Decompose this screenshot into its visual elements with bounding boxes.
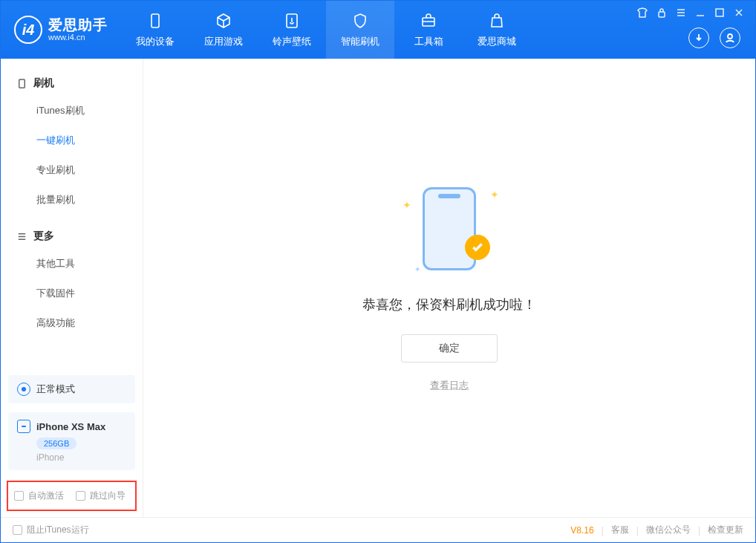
version-label: V8.16: [570, 525, 593, 536]
sidebar-bottom-options: 自动激活 跳过向导: [7, 481, 137, 511]
tab-label: 智能刷机: [341, 35, 379, 48]
menu-icon[interactable]: [675, 7, 687, 19]
download-icon[interactable]: [688, 27, 709, 48]
footer: 阻止iTunes运行 V8.16 | 客服 | 微信公众号 | 检查更新: [1, 517, 755, 542]
app-title: 爱思助手: [48, 18, 108, 33]
success-message: 恭喜您，保资料刷机成功啦！: [362, 296, 536, 313]
view-log-link[interactable]: 查看日志: [430, 379, 469, 392]
tab-label: 工具箱: [414, 35, 443, 48]
window-controls: [636, 7, 745, 19]
sidebar-group-label: 更多: [33, 230, 54, 243]
tab-label: 应用游戏: [204, 35, 243, 48]
main-content: ✦ ✦ ✦ 恭喜您，保资料刷机成功啦！ 确定 查看日志: [143, 59, 755, 517]
checkbox-icon: [13, 525, 22, 535]
tab-label: 爱思商城: [478, 35, 516, 48]
checkbox-skip-guide[interactable]: 跳过向导: [76, 490, 126, 502]
tab-ringtone-wallpaper[interactable]: 铃声壁纸: [258, 1, 326, 59]
mode-status-icon: [17, 383, 30, 396]
tab-label: 铃声壁纸: [273, 35, 311, 48]
tab-toolbox[interactable]: 工具箱: [394, 1, 463, 59]
checkbox-icon: [76, 491, 85, 501]
tab-my-device[interactable]: 我的设备: [121, 1, 189, 59]
sidebar-item-download-firmware[interactable]: 下载固件: [1, 279, 143, 308]
logo-icon: i4: [14, 16, 42, 44]
tab-smart-flash[interactable]: 智能刷机: [326, 1, 394, 59]
app-window: i4 爱思助手 www.i4.cn 我的设备 应用游戏 铃声壁纸 智能刷机: [0, 0, 756, 543]
sparkle-icon: ✦: [490, 189, 499, 201]
svg-rect-6: [19, 79, 25, 87]
check-badge-icon: [465, 235, 490, 260]
device-capacity: 256GB: [36, 438, 76, 449]
mode-label: 正常模式: [36, 383, 75, 396]
sidebar-item-other-tools[interactable]: 其他工具: [1, 249, 143, 279]
phone-graphic: [423, 187, 476, 270]
footer-link-update[interactable]: 检查更新: [708, 524, 743, 536]
bag-icon: [487, 11, 506, 30]
svg-rect-3: [659, 12, 665, 17]
checkbox-block-itunes[interactable]: 阻止iTunes运行: [13, 524, 89, 536]
header: i4 爱思助手 www.i4.cn 我的设备 应用游戏 铃声壁纸 智能刷机: [1, 1, 755, 59]
sidebar-group-more: 更多: [1, 224, 143, 249]
sidebar-item-batch-flash[interactable]: 批量刷机: [1, 185, 143, 215]
cube-icon: [214, 11, 233, 30]
mode-card[interactable]: 正常模式: [8, 375, 135, 403]
maximize-icon[interactable]: [714, 7, 726, 19]
shirt-icon[interactable]: [636, 7, 648, 19]
sidebar-group-flash: 刷机: [1, 71, 143, 96]
music-icon: [282, 11, 302, 30]
nav-tabs: 我的设备 应用游戏 铃声壁纸 智能刷机 工具箱 爱思商城: [121, 1, 531, 59]
device-card[interactable]: iPhone XS Max 256GB iPhone: [8, 412, 135, 470]
svg-rect-0: [151, 14, 159, 27]
phone-outline-icon: [16, 77, 27, 89]
sidebar: 刷机 iTunes刷机 一键刷机 专业刷机 批量刷机 更多 其他工具 下载固件 …: [1, 59, 143, 517]
sparkle-icon: ✦: [403, 199, 411, 211]
shield-icon: [351, 11, 370, 30]
body: 刷机 iTunes刷机 一键刷机 专业刷机 批量刷机 更多 其他工具 下载固件 …: [1, 59, 755, 517]
close-icon[interactable]: [733, 7, 745, 19]
checkbox-icon: [14, 491, 24, 501]
tab-apps-games[interactable]: 应用游戏: [189, 1, 258, 59]
sparkle-icon: ✦: [414, 265, 420, 273]
success-illustration: ✦ ✦ ✦: [408, 184, 490, 273]
device-name: iPhone XS Max: [36, 421, 105, 432]
sidebar-item-oneclick-flash[interactable]: 一键刷机: [1, 126, 143, 155]
checkbox-auto-activate[interactable]: 自动激活: [14, 490, 64, 502]
tab-label: 我的设备: [136, 35, 175, 48]
footer-link-support[interactable]: 客服: [611, 524, 629, 536]
sidebar-item-advanced[interactable]: 高级功能: [1, 308, 143, 338]
checkbox-label: 跳过向导: [90, 490, 126, 502]
sidebar-item-itunes-flash[interactable]: iTunes刷机: [1, 96, 143, 126]
footer-link-wechat[interactable]: 微信公众号: [646, 524, 691, 536]
lock-icon[interactable]: [656, 7, 668, 19]
app-subtitle: www.i4.cn: [48, 33, 108, 42]
checkbox-label: 阻止iTunes运行: [27, 524, 89, 536]
sidebar-item-pro-flash[interactable]: 专业刷机: [1, 155, 143, 185]
device-icon: [146, 11, 165, 30]
device-type: iPhone: [36, 452, 126, 463]
device-phone-icon: [17, 420, 30, 433]
sidebar-group-label: 刷机: [33, 77, 54, 90]
user-icon[interactable]: [720, 27, 740, 48]
ok-button[interactable]: 确定: [401, 334, 498, 362]
toolbox-icon: [419, 11, 438, 30]
header-actions: [688, 27, 740, 48]
list-icon: [16, 230, 27, 242]
checkbox-label: 自动激活: [28, 490, 64, 502]
minimize-icon[interactable]: [694, 7, 706, 19]
logo[interactable]: i4 爱思助手 www.i4.cn: [1, 1, 121, 59]
svg-point-5: [728, 34, 732, 39]
svg-rect-4: [716, 9, 723, 16]
tab-store[interactable]: 爱思商城: [463, 1, 531, 59]
